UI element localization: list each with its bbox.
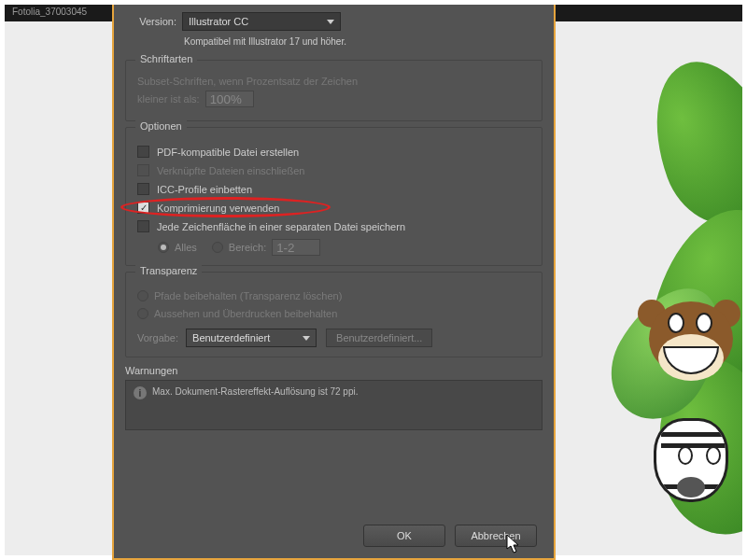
version-label: Version: (128, 16, 176, 27)
subset-fonts-line2: kleiner ist als: (137, 93, 200, 105)
range-input (272, 239, 320, 256)
subset-fonts-line1: Subset-Schriften, wenn Prozentsatz der Z… (137, 76, 530, 87)
range-range-radio (212, 242, 223, 253)
pdf-compat-label: PDF-kompatible Datei erstellen (157, 147, 299, 158)
pdf-compat-checkbox[interactable] (137, 146, 149, 158)
compression-checkbox[interactable] (137, 202, 149, 214)
keep-paths-radio (137, 290, 148, 301)
preset-label: Vorgabe: (137, 332, 178, 343)
document-tab-title: Fotolia_37003045 (12, 7, 87, 17)
jungle-artwork (546, 21, 742, 560)
save-options-dialog: Version: Illustrator CC Kompatibel mit I… (112, 5, 556, 560)
options-group-title: Optionen (135, 120, 187, 132)
custom-preset-button: Benutzerdefiniert... (326, 329, 432, 347)
keep-appearance-label: Aussehen und Überdrucken beibehalten (154, 308, 337, 319)
preset-selected: Benutzerdefiniert (192, 332, 270, 343)
chevron-down-icon (303, 336, 310, 341)
zebra-illustration (626, 413, 738, 516)
linked-files-checkbox (137, 164, 149, 176)
keep-paths-label: Pfade beibehalten (Transparenz löschen) (154, 290, 342, 301)
range-range-label: Bereich: (229, 242, 266, 253)
keep-appearance-radio (137, 308, 148, 319)
icc-checkbox[interactable] (137, 183, 149, 195)
version-selected: Illustrator CC (189, 16, 248, 27)
info-icon: i (134, 386, 147, 399)
range-all-radio (158, 242, 169, 253)
range-all-label: Alles (175, 242, 197, 253)
cancel-button[interactable]: Abbrechen (455, 525, 537, 547)
warnings-box: i Max. Dokument-Rastereffekt-Auflösung i… (125, 380, 543, 430)
compression-label: Komprimierung verwenden (157, 203, 279, 214)
fonts-group-title: Schriftarten (135, 53, 197, 64)
linked-files-label: Verknüpfte Dateien einschließen (157, 165, 304, 176)
version-dropdown[interactable]: Illustrator CC (182, 12, 341, 31)
icc-label: ICC-Profile einbetten (157, 184, 252, 195)
preset-dropdown: Benutzerdefiniert (186, 329, 317, 347)
transparency-group: Transparenz Pfade beibehalten (Transpare… (125, 272, 543, 357)
options-group: Optionen PDF-kompatible Datei erstellen … (125, 127, 543, 266)
version-compatibility-note: Kompatibel mit Illustrator 17 und höher. (114, 35, 554, 54)
transparency-group-title: Transparenz (135, 265, 202, 276)
separate-artboards-checkbox[interactable] (137, 220, 149, 232)
monkey-illustration (621, 292, 733, 404)
fonts-group: Schriftarten Subset-Schriften, wenn Proz… (125, 60, 543, 121)
warning-text: Max. Dokument-Rastereffekt-Auflösung ist… (152, 386, 358, 397)
chevron-down-icon (327, 20, 334, 24)
subset-percent-input (205, 91, 254, 107)
ok-button[interactable]: OK (363, 525, 445, 547)
separate-artboards-label: Jede Zeichenfläche in einer separaten Da… (157, 221, 405, 232)
warnings-title: Warnungen (125, 365, 543, 376)
